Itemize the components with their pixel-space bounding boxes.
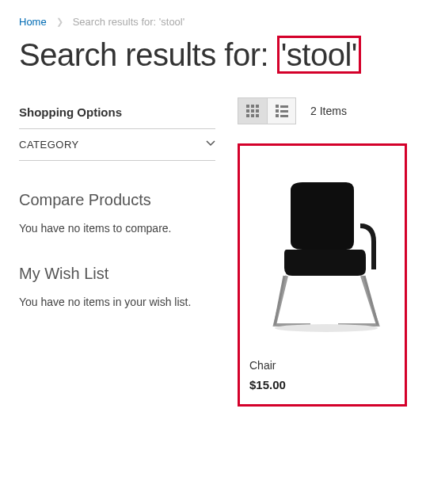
- wishlist-title: My Wish List: [19, 265, 215, 283]
- filter-category[interactable]: CATEGORY: [19, 129, 215, 161]
- page-title-prefix: Search results for:: [19, 37, 277, 72]
- breadcrumb-home[interactable]: Home: [19, 16, 47, 28]
- grid-view-button[interactable]: [238, 98, 267, 124]
- compare-products-block: Compare Products You have no items to co…: [19, 191, 215, 235]
- sidebar: Shopping Options CATEGORY Compare Produc…: [19, 97, 215, 407]
- product-card[interactable]: Chair $15.00: [238, 143, 407, 407]
- grid-icon: [246, 105, 259, 117]
- svg-line-0: [275, 276, 284, 325]
- svg-line-1: [364, 276, 378, 325]
- compare-products-title: Compare Products: [19, 191, 215, 209]
- chevron-right-icon: ❯: [56, 17, 63, 27]
- page-title-query-highlight: 'stool': [277, 36, 361, 74]
- filter-label: CATEGORY: [19, 139, 79, 151]
- view-mode-switcher: [238, 97, 296, 124]
- wishlist-empty: You have no items in your wish list.: [19, 296, 215, 308]
- compare-products-empty: You have no items to compare.: [19, 222, 215, 235]
- breadcrumb: Home ❯ Search results for: 'stool': [19, 16, 407, 28]
- main: 2 Items: [238, 97, 407, 407]
- chevron-down-icon: [206, 139, 215, 151]
- breadcrumb-current: Search results for: 'stool': [73, 16, 185, 28]
- product-name[interactable]: Chair: [249, 359, 398, 372]
- svg-point-2: [275, 324, 378, 332]
- product-image: [246, 152, 398, 354]
- chair-icon: [259, 174, 386, 333]
- list-icon: [276, 105, 288, 117]
- toolbar: 2 Items: [238, 97, 407, 124]
- list-view-button[interactable]: [267, 98, 295, 124]
- result-count: 2 Items: [310, 105, 347, 117]
- product-price: $15.00: [249, 378, 398, 391]
- wishlist-block: My Wish List You have no items in your w…: [19, 265, 215, 308]
- page-title: Search results for: 'stool': [19, 36, 407, 74]
- shopping-options-title: Shopping Options: [19, 97, 215, 129]
